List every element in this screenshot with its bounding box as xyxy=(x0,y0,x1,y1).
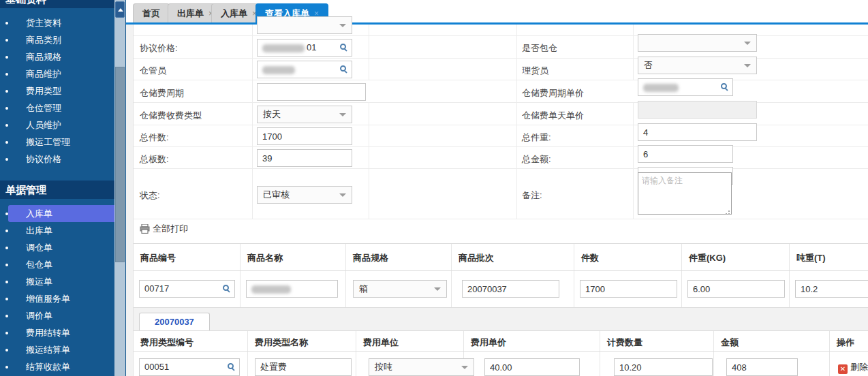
fee-table-row: 00051 按吨 xyxy=(134,352,868,376)
total-pieces-field[interactable] xyxy=(257,127,352,145)
bullet-icon xyxy=(5,281,8,283)
redacted-value xyxy=(262,44,305,52)
agreement-price-field[interactable]: 01 xyxy=(257,39,352,57)
search-icon[interactable] xyxy=(340,44,346,50)
sidebar-item-owner-data[interactable]: 货主资料 xyxy=(0,14,114,31)
storage-fee-charge-type-select[interactable]: 按天 xyxy=(257,106,352,123)
storage-fee-cycle-field[interactable] xyxy=(257,83,366,101)
form-row: 总件数: 总件重: xyxy=(134,125,868,147)
sidebar-item-goods-category[interactable]: 商品类别 xyxy=(0,31,114,48)
total-boards-field[interactable] xyxy=(257,149,352,167)
print-all-button[interactable]: 全部打印 xyxy=(140,223,188,235)
inbound-detail-panel: 协议价格: 01 是否包仓 否 仓管员 xyxy=(133,25,868,376)
total-boards-label: 总板数: xyxy=(140,153,169,166)
scroll-up-icon[interactable] xyxy=(115,1,125,18)
goods-name-cell xyxy=(241,271,346,307)
header-cell: 商品名称 xyxy=(241,244,346,270)
bullet-icon xyxy=(5,230,8,232)
sidebar-section-doc-manage: 单据管理 xyxy=(0,181,114,199)
goods-table-header: 商品编号 商品名称 商品规格 商品批次 件数 件重(KG) 吨重(T) xyxy=(134,244,868,271)
tab-home[interactable]: 首页 xyxy=(133,3,170,22)
sidebar-item-inbound-order[interactable]: 入库单 xyxy=(0,205,114,222)
sidebar-item-price-adjust-order[interactable]: 调价单 xyxy=(0,307,114,324)
goods-spec-cell: 箱 xyxy=(346,271,452,307)
remark-textarea[interactable] xyxy=(638,172,732,215)
sidebar-scrollbar[interactable] xyxy=(114,0,125,376)
search-icon[interactable] xyxy=(223,285,229,291)
sidebar-item-location-manage[interactable]: 仓位管理 xyxy=(0,99,114,116)
header-cell: 计费数量 xyxy=(600,331,714,351)
goods-piece-weight-cell xyxy=(682,271,790,307)
bullet-icon xyxy=(5,349,8,351)
tab-batch-20070037[interactable]: 20070037 xyxy=(139,313,210,330)
fee-code-field[interactable]: 00051 xyxy=(139,358,240,376)
warehouse-keeper-field[interactable] xyxy=(257,61,352,78)
sidebar-item-package-order[interactable]: 包仓单 xyxy=(0,256,114,273)
chevron-down-icon xyxy=(339,113,346,116)
fee-qty-field[interactable] xyxy=(614,358,713,376)
goods-piece-weight-field[interactable] xyxy=(687,280,785,298)
bullet-icon xyxy=(5,22,8,25)
header-cell: 件数 xyxy=(574,244,682,270)
sidebar-item-fee-type[interactable]: 费用类型 xyxy=(0,82,114,99)
sidebar-item-goods-maintain[interactable]: 商品维护 xyxy=(0,65,114,82)
bullet-icon xyxy=(5,90,8,93)
tally-clerk-label: 理货员 xyxy=(522,65,548,77)
app-window: 基础资料 货主资料 商品类别 商品规格 商品维护 费用类型 仓位管理 人员维护 … xyxy=(0,0,868,376)
fee-amount-field[interactable] xyxy=(726,358,798,376)
warehouse-keeper-label: 仓管员 xyxy=(140,65,166,77)
bullet-icon xyxy=(5,332,8,334)
form-row: 总板数: 总金额: xyxy=(134,147,868,169)
header-cell: 金额 xyxy=(714,331,830,351)
bullet-icon xyxy=(5,107,8,110)
bullet-icon xyxy=(5,298,8,300)
remark-field-wrap xyxy=(638,172,732,217)
goods-batch-field[interactable] xyxy=(462,280,559,298)
goods-ton-weight-field[interactable] xyxy=(795,280,868,298)
goods-batch-cell xyxy=(452,271,574,307)
form-row-clipped xyxy=(134,25,868,36)
goods-spec-select[interactable]: 箱 xyxy=(353,280,447,298)
sidebar-item-outbound-order[interactable]: 出库单 xyxy=(0,222,114,239)
sidebar: 基础资料 货主资料 商品类别 商品规格 商品维护 费用类型 仓位管理 人员维护 … xyxy=(0,0,126,376)
fee-action-cell: ✕删除 xyxy=(830,352,868,376)
goods-code-field[interactable]: 00717 xyxy=(139,280,235,298)
sidebar-item-goods-spec[interactable]: 商品规格 xyxy=(0,48,114,65)
fee-unit-select[interactable]: 按吨 xyxy=(369,358,474,376)
redacted-value xyxy=(262,66,295,74)
sidebar-item-value-service-order[interactable]: 增值服务单 xyxy=(0,290,114,307)
sidebar-item-handling-order[interactable]: 搬运单 xyxy=(0,273,114,290)
printer-icon xyxy=(140,224,150,234)
storage-fee-day-price-label: 仓储费单天单价 xyxy=(522,110,584,122)
bullet-icon xyxy=(5,73,8,76)
status-label: 状态: xyxy=(140,189,160,202)
sidebar-item-fee-carryover-order[interactable]: 费用结转单 xyxy=(0,324,114,341)
goods-name-field[interactable] xyxy=(246,280,338,298)
sidebar-item-settle-receipt-order[interactable]: 结算收款单 xyxy=(0,358,114,375)
search-icon[interactable] xyxy=(340,65,346,72)
sidebar-item-personnel-maintain[interactable]: 人员维护 xyxy=(0,116,114,134)
form-row: 仓储费收费类型 按天 仓储费单天单价 xyxy=(134,103,868,125)
delete-row-button[interactable]: ✕删除 xyxy=(838,361,868,372)
bullet-icon xyxy=(5,158,8,161)
sidebar-item-handling-settle-order[interactable]: 搬运结算单 xyxy=(0,341,114,358)
status-select[interactable]: 已审核 xyxy=(257,186,352,204)
scrollbar-thumb[interactable] xyxy=(115,67,125,262)
search-icon[interactable] xyxy=(228,363,234,369)
batch-tab-strip: 20070037 xyxy=(134,308,868,330)
goods-pieces-field[interactable] xyxy=(580,280,677,298)
clipped-left-select[interactable] xyxy=(257,16,352,34)
header-cell: 费用单价 xyxy=(464,331,600,351)
fee-unit-price-field[interactable] xyxy=(484,358,580,376)
fee-amount-cell xyxy=(714,352,830,376)
sidebar-item-transfer-order[interactable]: 调仓单 xyxy=(0,239,114,256)
sidebar-section-basic-data: 基础资料 xyxy=(0,0,114,8)
fee-name-field[interactable] xyxy=(255,358,352,376)
sidebar-item-agreement-price[interactable]: 协议价格 xyxy=(0,151,114,168)
form-row: 仓管员 理货员 xyxy=(134,59,868,80)
header-cell: 费用类型名称 xyxy=(248,331,356,351)
resize-grip-icon[interactable] xyxy=(725,210,730,215)
chevron-down-icon xyxy=(339,24,346,27)
sidebar-item-porter-manage[interactable]: 搬运工管理 xyxy=(0,134,114,151)
print-row: 全部打印 xyxy=(134,219,868,238)
